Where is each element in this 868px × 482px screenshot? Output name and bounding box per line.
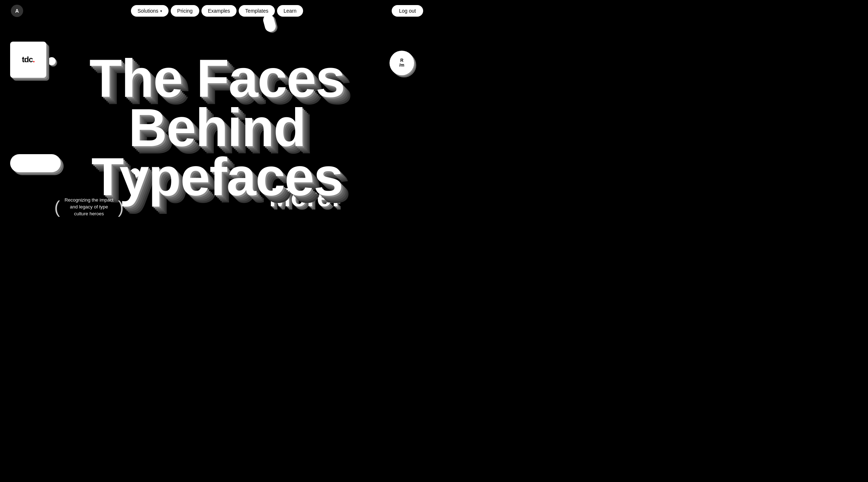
hero-line2: Behind (89, 103, 345, 152)
learn-label: Learn (284, 8, 297, 14)
hero-line1: The Faces (89, 54, 345, 103)
hero-title: The Faces Behind Typefaces (89, 54, 345, 202)
tdc-dot: . (33, 55, 34, 64)
description-text: Recognizing the impact and legacy of typ… (60, 197, 118, 217)
tdc-word: tdc (22, 55, 33, 64)
tdc-card: tdc. (10, 42, 46, 78)
nav-learn-button[interactable]: Learn (277, 5, 303, 17)
rm-badge: R/m (390, 51, 414, 75)
logout-button[interactable]: Log out (392, 5, 423, 17)
chevron-down-icon: ▾ (160, 9, 162, 13)
pricing-label: Pricing (177, 8, 193, 14)
navbar: A Solutions ▾ Pricing Examples Templates… (0, 0, 434, 22)
templates-label: Templates (245, 8, 268, 14)
nav-pricing-button[interactable]: Pricing (171, 5, 199, 17)
solutions-label: Solutions (137, 8, 158, 14)
bracket-left-icon: ( (54, 197, 60, 217)
decorative-pill-large (10, 154, 61, 172)
description-box: ( Recognizing the impact and legacy of t… (54, 197, 124, 217)
tdc-logo-text: tdc. (22, 55, 34, 64)
hero-line3: Typefaces (89, 152, 345, 202)
nav-solutions-button[interactable]: Solutions ▾ (131, 5, 169, 17)
nav-examples-button[interactable]: Examples (201, 5, 237, 17)
nav-templates-button[interactable]: Templates (239, 5, 275, 17)
rm-badge-text: R/m (399, 58, 404, 68)
user-avatar[interactable]: A (11, 5, 23, 17)
bracket-right-icon: ) (118, 197, 124, 217)
examples-label: Examples (208, 8, 230, 14)
nav-links: Solutions ▾ Pricing Examples Templates L… (131, 5, 303, 17)
decorative-circle-small (48, 57, 56, 65)
